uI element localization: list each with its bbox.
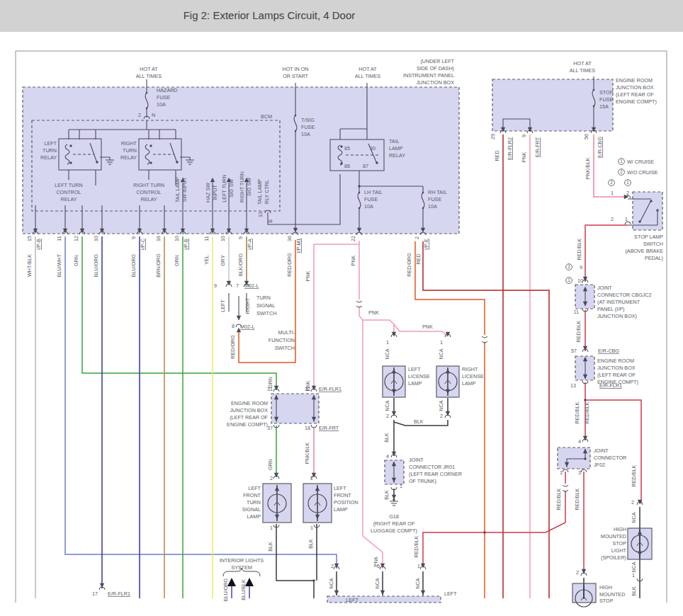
diagram-label: 1 [386,339,389,346]
diagram-label: LEFT [220,300,226,312]
diagram-label: NCA [438,400,444,411]
diagram-label: HIGH [599,584,612,591]
diagram-label: TAIL LAMP [256,179,263,205]
diagram-label: RIGHT TURN [133,182,164,188]
diagram-label: OR START [283,73,308,79]
diagram-label: PNK [521,152,527,162]
diagram-label: W/ CRUISE [627,159,654,165]
left-rear-combination-lamp-box [327,596,441,603]
diagram-label: FUNCTION [269,337,295,343]
diagram-label: FRONT [243,492,261,498]
diagram-label: 1 [625,216,628,222]
diagram-label: CONNECTOR CBGJC2 [597,292,652,298]
diagram-label: BLK [383,433,390,443]
screenshot-root: Fig 2: Exterior Lamps Circuit, 4 Door 12… [0,0,683,616]
arrowhead-d [583,436,587,440]
diagram-label: RELAY [389,152,405,159]
diagram-label: CONTROL [136,189,161,195]
diagram-label: JUNCTION BOX [230,407,268,413]
junction-dot [69,161,72,164]
diagram-label: 31 [267,386,273,392]
arrowhead-d [392,495,396,499]
diagram-label: 1 [310,525,313,531]
diagram-label: 1 [560,469,563,476]
diagram-label: PEDAL) [645,255,663,261]
diagram-label: 9 [580,264,582,270]
diagram-label: B [267,219,273,222]
diagram-label: RELAY [120,154,137,161]
diagram-label: FUSE [428,196,441,203]
diagram-label: 2 [611,216,614,222]
diagram-label: BLU/ORG [222,578,229,601]
arrowhead-d [312,386,316,390]
diagram-label: (LEFT REAR OF [230,414,268,421]
diagram-label: SWITCH [275,345,295,351]
diagram-label: 18 [305,425,310,431]
diagram-label: RED/BLK [576,238,582,260]
diagram-label: 3 [578,469,581,476]
diagram-label: TURN [123,147,137,154]
diagram-label: MOUNTED [601,533,626,540]
diagram-label: E/R-FRT [534,137,541,157]
arrowhead-d [392,332,396,336]
diagram-label: RED/BLK [575,320,582,342]
diagram-label: STOP [599,89,614,96]
diagram-label: E/R-CBG [598,348,619,354]
diagram-label: 4 [386,453,389,460]
diagram-label: SIGNAL [242,506,261,513]
diagram-label: HAZ SW [205,183,211,203]
break-gap [481,335,488,342]
diagram-label: 2 [138,112,141,118]
diagram-label: 16 [155,236,162,241]
junction-dot [69,144,72,147]
diagram-label: 10 [93,236,99,241]
diagram-label: 2 [310,475,313,481]
diagram-label: E/R-FLR1 [108,591,130,597]
diagram-label: LEFT [248,485,261,491]
diagram-label: HAZARD [157,87,178,93]
diagram-label: BLU/WHT [56,253,62,277]
diagram-label: RELAY [140,196,157,203]
diagram-label: GRN [267,459,273,470]
arrowhead-d [421,591,425,595]
diagram-label: ALL TIMES [355,73,381,79]
diagram-label: 10A [364,203,373,210]
diagram-label: HIGH [614,526,626,532]
diagram-label: ENGINE ROOM [616,77,653,84]
diagram-label: RH TAIL [428,189,447,195]
diagram-label: ENGINE ROOM [597,358,634,364]
arrowhead-d [380,591,385,595]
diagram-label: BCM [261,113,272,120]
diagram-label: INSTRUMENT PANEL [403,72,454,79]
diagram-label: BLU/ORG [93,253,99,277]
junction-dot [584,457,586,460]
diagram-label: 10A [428,203,437,210]
diagram-label: POSITION [334,499,358,506]
diagram-label: 10A [157,101,166,108]
diagram-label: STOP [599,598,614,604]
diagram-label: 2 [576,569,579,576]
diagram-label: INTERIOR LIGHTS [220,557,264,564]
diagram-label: 32 [305,386,310,392]
diagram-label: LICENSE [408,373,430,380]
wire-bluorg [102,236,140,598]
diagram-label: 13 [257,212,264,217]
diagram-label: BLU/ORG [130,253,137,277]
diagram-label: E/R-FRT [319,425,339,431]
diagram-label: BLK [414,418,424,425]
diagram-label: 22 [350,236,356,241]
diagram-label: RIGHT TURN [239,171,245,203]
diagram-label: I/P-A [247,239,253,250]
diagram-label: TURN [43,147,57,154]
junction-dot [650,200,652,202]
diagram-label: JOINT [594,447,609,454]
diagram-label: YEL [203,255,210,265]
fuse-end [359,192,361,194]
diagram-label: W/O CRUISE [627,169,658,176]
diagram-label: 86 [344,163,350,169]
diagram-label: I/P-B [183,239,189,250]
junction-dot [376,161,378,164]
junction-dot [584,399,586,401]
diagram-label: LEFT [408,366,421,372]
diagram-label: HOT IN ON [282,66,308,72]
